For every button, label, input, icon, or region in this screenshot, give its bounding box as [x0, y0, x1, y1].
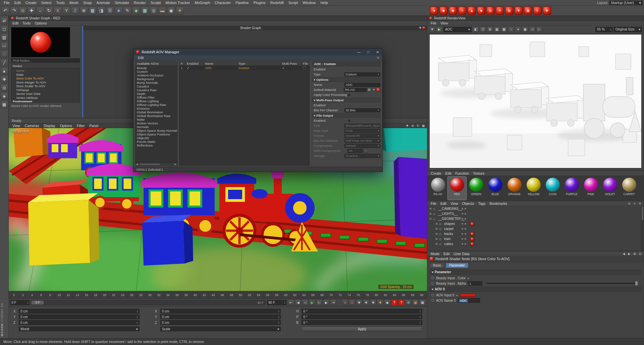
minimize-button[interactable]: — — [354, 49, 364, 55]
visibility-dot[interactable] — [462, 213, 463, 215]
node-list-item[interactable]: Vector User Data — [11, 92, 79, 96]
visibility-dot[interactable] — [462, 218, 463, 220]
available-aov-item[interactable]: Object-Space Positions — [136, 132, 177, 136]
aov-manager-dialog[interactable]: Redshift AOV Manager —□✕ Edit ⊙ Availabl… — [133, 48, 383, 172]
timeline-tick[interactable]: 38 — [181, 291, 191, 298]
timeline-tick[interactable]: 84 — [390, 291, 399, 298]
menu-item[interactable]: Character — [212, 1, 233, 5]
menu-item[interactable]: Filter — [74, 124, 87, 128]
timeline-tick[interactable]: 68 — [318, 291, 327, 298]
redshift-point-light-icon[interactable]: ○ — [458, 6, 467, 15]
horizontal-scrollbar[interactable]: ◀▶ — [135, 163, 177, 166]
timeline-tick[interactable]: 88 — [408, 291, 417, 298]
rv-lock-icon[interactable]: ⊞ — [487, 26, 493, 33]
object-name[interactable]: __CAMERAS__ — [438, 207, 462, 211]
available-aov-item[interactable]: Emission — [136, 107, 177, 110]
node-list-item[interactable]: State — [11, 73, 79, 77]
object-tree-item[interactable]: ⊞ ◇ cubes — [427, 241, 641, 246]
type-dropdown[interactable]: Custom▾ — [344, 72, 380, 76]
menu-item[interactable]: Window — [300, 1, 318, 5]
z-axis-icon[interactable]: Z — [71, 7, 79, 15]
visibility-dot[interactable] — [462, 208, 463, 210]
scale-tool-icon[interactable]: ↔ — [36, 7, 44, 15]
timeline-ruler[interactable]: 0246810121416182022242628303234363840424… — [9, 291, 427, 298]
rv-compare-icon[interactable]: ◧ — [473, 26, 479, 33]
parameter-key-icon[interactable]: ✚ — [377, 299, 383, 305]
available-aov-item[interactable]: Background — [136, 77, 177, 81]
expand-icon[interactable]: ⊞ — [429, 212, 433, 215]
redshift-spot-light-icon[interactable]: ▲ — [468, 6, 476, 15]
multipass-enabled-checkbox[interactable]: ✓ — [347, 104, 351, 107]
rv-bucket-icon[interactable]: ▩ — [501, 26, 507, 33]
size-field[interactable]: 0 cm▴▾ — [160, 309, 281, 313]
file-output-section[interactable]: ▾File Output — [312, 113, 380, 118]
menu-item[interactable]: MoGraph — [192, 1, 212, 5]
attr-copy-icon[interactable]: ⊞ — [632, 252, 637, 256]
light-icon[interactable]: ☀ — [176, 7, 184, 15]
parameter-section-header[interactable]: ▾Parameter — [430, 270, 641, 275]
redshift-bokeh-icon[interactable]: ◐ — [533, 6, 542, 15]
attribute-tab[interactable]: Basic — [430, 263, 444, 268]
add-node-icon[interactable]: ✚ — [418, 26, 423, 30]
record-icon[interactable]: ● — [342, 299, 348, 305]
node-list-item[interactable]: Sprite — [11, 69, 79, 73]
axis-mode-icon[interactable]: ✚ — [1, 76, 8, 83]
expand-icon[interactable]: ⊞ — [435, 232, 439, 235]
goto-start-icon[interactable]: ⇤ — [288, 299, 294, 305]
next-frame-icon[interactable]: ▷ — [316, 299, 322, 305]
menu-item[interactable]: File — [429, 202, 438, 206]
available-aov-item[interactable]: Depth — [136, 92, 177, 96]
menu-item[interactable]: Script — [286, 1, 300, 5]
redshift-material-tag-icon[interactable] — [470, 237, 474, 241]
timeline-tick[interactable]: 22 — [109, 291, 118, 298]
object-tree-item[interactable]: ⊞ ◇ shapes — [427, 221, 641, 226]
available-aov-item[interactable]: Object-Space Bump Normals — [136, 129, 177, 132]
timeline-tick[interactable]: 46 — [218, 291, 227, 298]
available-aov-item[interactable]: Ambient Occlusion — [136, 73, 177, 77]
render-help-icon[interactable]: ? — [391, 299, 397, 305]
available-aov-item[interactable]: Bump Normals — [136, 81, 177, 84]
menu-item[interactable]: Display — [41, 124, 57, 128]
menu-item[interactable]: Render — [131, 1, 148, 5]
scale-key-icon[interactable]: ✚ — [363, 299, 369, 305]
om-filter-icon[interactable]: ≡ — [632, 202, 637, 206]
autokey-icon[interactable]: ◎ — [349, 299, 355, 305]
layout-dropdown[interactable]: Startup (User)▾ — [609, 1, 643, 5]
timeline-tick[interactable]: 30 — [145, 291, 154, 298]
node-list-item[interactable]: Store Integer To AOV — [11, 80, 79, 84]
x-axis-icon[interactable]: X — [54, 7, 62, 15]
rv-save-icon[interactable]: ▼ — [429, 26, 435, 33]
timeline-tick[interactable]: 66 — [309, 291, 318, 298]
menu-item[interactable]: Edit — [136, 56, 146, 60]
rv-snapshot-icon[interactable]: ▣ — [522, 26, 528, 33]
toggle-views-icon[interactable]: ▦ — [421, 124, 426, 128]
menu-item[interactable]: Options — [58, 124, 74, 128]
menu-item[interactable]: Snap — [81, 1, 94, 5]
object-tree-item[interactable]: ⊞ ◇ train — [427, 236, 641, 241]
menu-item[interactable]: Create — [23, 1, 39, 5]
rv-sphere-icon[interactable]: ○ — [508, 26, 514, 33]
coordinate-system-icon[interactable]: ⊕ — [80, 7, 88, 15]
expand-icon[interactable]: ⊞ — [435, 242, 439, 245]
visibility-dot[interactable] — [462, 228, 463, 230]
lock-workplane-icon[interactable]: ▦ — [1, 101, 8, 108]
timeline-slider-handle[interactable]: 0 F — [32, 301, 44, 304]
current-frame-field[interactable]: 0 F▴▾ — [10, 300, 30, 305]
attr-forward-icon[interactable]: ▶ — [627, 252, 632, 256]
menu-item[interactable]: Tools — [54, 1, 67, 5]
aov-table-row[interactable]: 1 ✓ AOC Custom ✓ — [179, 66, 309, 70]
material-swatch[interactable]: RS AO — [429, 177, 447, 200]
rotation-field[interactable]: 0 °▴▾ — [302, 320, 422, 325]
node-list-item[interactable]: Store Scalar To AOV — [11, 84, 79, 88]
timeline-tick[interactable]: 32 — [154, 291, 163, 298]
rv-dropdown-icon[interactable]: ▾ — [515, 26, 521, 33]
om-search-icon[interactable]: ⊙ — [627, 202, 632, 206]
expand-icon[interactable]: ⊞ — [429, 207, 433, 210]
object-name[interactable]: shapes — [444, 222, 455, 226]
timeline-tick[interactable]: 8 — [46, 291, 55, 298]
render-settings-icon[interactable]: ☰ — [106, 7, 114, 15]
menu-item[interactable]: File — [429, 21, 438, 25]
camera-icon[interactable]: ◉ — [167, 7, 175, 15]
beauty-alpha-slider[interactable] — [486, 283, 638, 284]
redshift-dome-light-icon[interactable]: ◎ — [486, 6, 495, 15]
